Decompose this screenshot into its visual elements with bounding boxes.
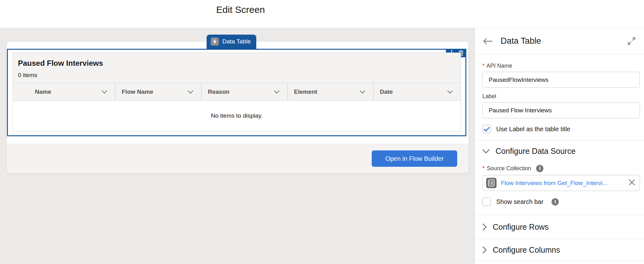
required-asterisk: *	[482, 165, 485, 172]
lightning-bolt-icon	[211, 37, 219, 46]
panel-body: * API Name Label Use Label as the table …	[475, 63, 644, 261]
chevron-down-icon	[101, 90, 108, 94]
page-title: Edit Screen	[0, 4, 481, 15]
api-name-label: * API Name	[482, 63, 640, 69]
chevron-right-icon	[482, 223, 487, 231]
column-header-reason[interactable]: Reason	[201, 83, 287, 100]
label-input[interactable]	[482, 102, 640, 118]
column-header-date[interactable]: Date	[373, 83, 461, 100]
column-header-element[interactable]: Element	[287, 83, 373, 100]
selected-data-table-component[interactable]: Paused Flow Interviews 0 items Name Flow…	[7, 49, 466, 136]
chevron-right-icon	[482, 246, 487, 254]
chevron-down-icon	[274, 90, 280, 94]
panel-title: Data Table	[501, 36, 627, 46]
open-in-flow-builder-button[interactable]: Open in Flow Builder	[372, 150, 457, 167]
expand-icon	[627, 37, 636, 45]
table-empty-state: No items to display.	[13, 101, 461, 131]
back-arrow-icon	[483, 38, 492, 45]
source-collection-label: * Source Collection	[482, 165, 640, 172]
chevron-down-icon	[482, 149, 490, 154]
properties-panel: Data Table * API Name Label Use Label as…	[475, 28, 644, 264]
clear-icon[interactable]	[629, 179, 635, 187]
card-footer: Open in Flow Builder	[7, 144, 469, 173]
data-table-preview: Paused Flow Interviews 0 items Name Flow…	[13, 53, 461, 131]
table-header-row: Name Flow Name Reason Element	[13, 83, 461, 101]
data-table-preview-header: Paused Flow Interviews 0 items	[13, 53, 461, 83]
panel-header: Data Table	[475, 28, 644, 54]
column-header-name[interactable]: Name	[13, 83, 115, 100]
api-name-input[interactable]	[482, 72, 640, 88]
modal-header: Edit Screen	[0, 0, 644, 28]
info-icon[interactable]	[536, 165, 543, 172]
component-badge-label: Data Table	[222, 38, 251, 45]
chevron-down-icon	[359, 90, 366, 94]
use-label-checkbox-label: Use Label as the table title	[496, 126, 570, 133]
use-label-checkbox-row[interactable]: Use Label as the table title	[482, 125, 640, 133]
back-button[interactable]	[483, 38, 492, 45]
column-header-flow-name[interactable]: Flow Name	[115, 83, 201, 100]
show-search-bar-row[interactable]: Show search bar	[482, 198, 640, 206]
label-field-label: Label	[482, 93, 640, 100]
section-divider	[475, 140, 644, 141]
screen-canvas: Data Table	[0, 28, 475, 264]
expand-button[interactable]	[627, 37, 636, 45]
show-search-bar-checkbox[interactable]	[482, 198, 491, 206]
checkmark-icon	[484, 127, 490, 132]
info-icon[interactable]	[552, 198, 559, 205]
section-configure-data-source[interactable]: Configure Data Source	[482, 147, 640, 156]
show-search-bar-label: Show search bar	[496, 198, 543, 205]
screen-card: Paused Flow Interviews 0 items Name Flow…	[7, 42, 469, 173]
empty-message: No items to display.	[211, 112, 263, 119]
required-asterisk: *	[482, 63, 485, 69]
section-configure-rows[interactable]: Configure Rows	[475, 215, 644, 239]
source-collection-link[interactable]: Flow Interviews from Get_Flow_Intervi...	[501, 180, 624, 187]
table-title: Paused Flow Interviews	[18, 59, 456, 68]
chevron-down-icon	[187, 90, 194, 94]
chevron-down-icon	[447, 90, 453, 94]
component-type-badge: Data Table	[207, 35, 256, 49]
table-item-count: 0 items	[18, 72, 456, 79]
use-label-checkbox[interactable]	[482, 125, 491, 133]
source-collection-combobox[interactable]: Flow Interviews from Get_Flow_Intervi...	[482, 175, 640, 191]
section-configure-columns[interactable]: Configure Columns	[475, 239, 644, 261]
record-collection-icon	[486, 178, 497, 188]
